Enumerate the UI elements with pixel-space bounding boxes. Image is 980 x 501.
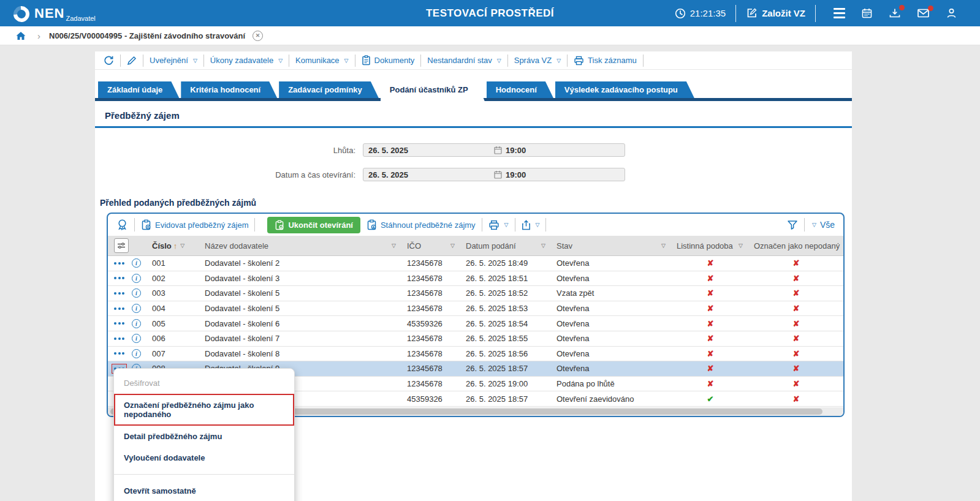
row-menu-icon[interactable] (112, 258, 127, 268)
otevirani-date-value: 26. 5. 2025 (363, 170, 494, 179)
toolbar-item-tisk-zaznamu[interactable]: Tisk záznamu (574, 56, 637, 66)
toolbar-item-nestandardni-stav[interactable]: Nestandardní stav ▽ (427, 56, 501, 65)
mail-icon[interactable] (917, 8, 930, 18)
downloads-icon[interactable] (889, 7, 901, 19)
tab-zakladni-udaje[interactable]: Základní údaje (98, 81, 179, 98)
menu-item-oznacit-nepodany[interactable]: Označení předběžného zájmu jako nepodané… (114, 394, 294, 426)
calendar-icon[interactable] (861, 7, 873, 19)
table-row[interactable]: i 005 Dodavatel - školení 6 45359326 26.… (108, 316, 843, 331)
chevron-down-icon[interactable]: ▽ (450, 243, 455, 249)
menu-item-vylouceni[interactable]: Vyloučení dodavatele (114, 447, 294, 469)
tab-podani-ucastniku-zp[interactable]: Podání účastníků ZP (381, 81, 485, 101)
info-icon[interactable]: i (132, 274, 141, 283)
toolbar-label: Nestandardní stav (427, 56, 492, 65)
divider (482, 218, 482, 232)
menu-item-detail[interactable]: Detail předběžného zájmu (114, 426, 294, 447)
info-icon[interactable]: i (132, 288, 141, 298)
cell-ico: 12345678 (402, 288, 461, 298)
export-grid-button[interactable]: ▽ (522, 220, 540, 230)
column-header-datum[interactable]: Datum podání ▽ (461, 236, 552, 255)
print-grid-button[interactable]: ▽ (488, 220, 509, 230)
info-icon[interactable]: i (132, 334, 141, 343)
filter-icon[interactable] (787, 220, 798, 230)
divider (545, 218, 546, 232)
calendar-icon (494, 146, 502, 154)
info-icon[interactable]: i (132, 258, 141, 268)
share-export-icon (522, 220, 531, 230)
pencil-icon[interactable] (127, 56, 137, 66)
chevron-down-icon[interactable]: ▽ (739, 243, 743, 249)
menu-item-otevrit-samostatne[interactable]: Otevřít samostatně (114, 480, 294, 501)
cell-datum: 26. 5. 2025 18:52 (461, 288, 552, 298)
row-menu-icon[interactable] (112, 273, 127, 283)
cell-nazev: Dodavatel - školení 7 (200, 334, 402, 343)
toolbar-item-komunikace[interactable]: Komunikace ▽ (295, 56, 348, 65)
app-header: NEN Zadavatel TESTOVACÍ PROSTŘEDÍ 21:21:… (0, 0, 980, 26)
column-label: Název dodavatele (205, 241, 268, 250)
home-icon[interactable] (15, 31, 26, 41)
column-header-nepodany[interactable]: Označen jako nepodaný (749, 236, 843, 255)
divider (143, 55, 143, 67)
cross-mark-icon: ✘ (707, 379, 714, 388)
brand-name: NEN (34, 4, 64, 23)
toolbar-item-ukony-zadavatele[interactable]: Úkony zadavatele ▽ (210, 56, 283, 65)
info-icon[interactable]: i (132, 304, 141, 313)
toolbar-item-sprava-vz[interactable]: Správa VZ ▽ (514, 56, 561, 65)
cell-cislo: 003 (147, 288, 200, 298)
cell-cislo: 007 (147, 349, 200, 358)
table-row[interactable]: i 004 Dodavatel - školení 5 12345678 26.… (108, 301, 843, 317)
nen-logo[interactable]: NEN Zadavatel (13, 4, 96, 23)
table-row[interactable]: i 006 Dodavatel - školení 7 12345678 26.… (108, 331, 843, 347)
cell-datum: 26. 5. 2025 18:51 (461, 274, 552, 283)
tab-zadavaci-podminky[interactable]: Zadávací podmínky (279, 81, 379, 98)
filter-all-dropdown[interactable]: ▽ Vše (811, 220, 835, 230)
cell-datum: 26. 5. 2025 18:57 (461, 394, 552, 404)
table-row[interactable]: i 002 Dodavatel - školení 3 12345678 26.… (108, 271, 843, 287)
toolbar-label: Tisk záznamu (588, 56, 637, 65)
column-header-nazev[interactable]: Název dodavatele ▽ (200, 236, 402, 255)
form-row-lhuta: Lhůta: 26. 5. 2025 19:00 (95, 143, 852, 157)
table-row[interactable]: i 003 Dodavatel - školení 5 12345678 26.… (108, 286, 843, 301)
stahnout-button[interactable]: Stáhnout předběžné zájmy (367, 219, 476, 230)
column-header-cislo[interactable]: Číslo ↑ ▽ (147, 236, 200, 255)
seal-detail-icon[interactable] (116, 219, 128, 231)
table-row[interactable]: i 007 Dodavatel - školení 8 12345678 26.… (108, 347, 843, 362)
cross-mark-icon: ✘ (793, 394, 800, 404)
chevron-down-icon[interactable]: ▽ (392, 243, 396, 249)
tab-vysledek-zadavaciho-postupu[interactable]: Výsledek zadávacího postupu (555, 81, 694, 98)
column-header-stav[interactable]: Stav ▽ (552, 236, 672, 255)
tab-hodnoceni[interactable]: Hodnocení (487, 81, 553, 98)
row-menu-icon[interactable] (112, 348, 127, 358)
evidovat-button[interactable]: Evidovat předběžný zájem (141, 219, 248, 230)
divider (203, 55, 204, 67)
toolbar-item-dokumenty[interactable]: Dokumenty (362, 55, 415, 66)
refresh-icon[interactable] (104, 55, 114, 66)
menu-icon[interactable] (834, 8, 845, 18)
cell-stav: Otevřena (552, 274, 672, 283)
cross-mark-icon: ✘ (707, 274, 714, 283)
column-settings-icon[interactable] (114, 238, 129, 253)
breadcrumb-item[interactable]: N006/25/V00004995 - Zajištění závodního … (49, 31, 245, 40)
user-icon[interactable] (946, 7, 957, 19)
printer-icon (488, 220, 499, 230)
column-header-listinna[interactable]: Listinná podoba ▽ (672, 236, 749, 255)
row-menu-icon[interactable] (112, 304, 127, 314)
table-row[interactable]: i 001 Dodavatel - školení 2 12345678 26.… (108, 256, 843, 271)
chevron-down-icon[interactable]: ▽ (541, 243, 545, 249)
chevron-down-icon[interactable]: ▽ (661, 243, 666, 249)
chevron-down-icon[interactable]: ▽ (180, 243, 184, 249)
info-icon[interactable]: i (132, 319, 141, 328)
otevirani-field: 26. 5. 2025 19:00 (363, 168, 625, 181)
create-vz-button[interactable]: Založit VZ (746, 7, 805, 19)
row-menu-icon[interactable] (112, 288, 127, 298)
info-icon[interactable]: i (132, 349, 141, 358)
chevron-down-icon: ▽ (556, 58, 561, 64)
column-header-ico[interactable]: IČO ▽ (402, 236, 461, 255)
tab-kriteria-hodnoceni[interactable]: Kritéria hodnocení (181, 81, 277, 98)
ukoncit-oteviranie-button[interactable]: Ukončit otevírání (267, 217, 360, 233)
row-menu-icon[interactable] (112, 334, 127, 344)
close-record-icon[interactable]: ✕ (253, 31, 263, 41)
toolbar-item-uverejneni[interactable]: Uveřejnění ▽ (150, 56, 197, 65)
cross-mark-icon: ✘ (707, 334, 714, 343)
row-menu-icon[interactable] (112, 318, 127, 328)
